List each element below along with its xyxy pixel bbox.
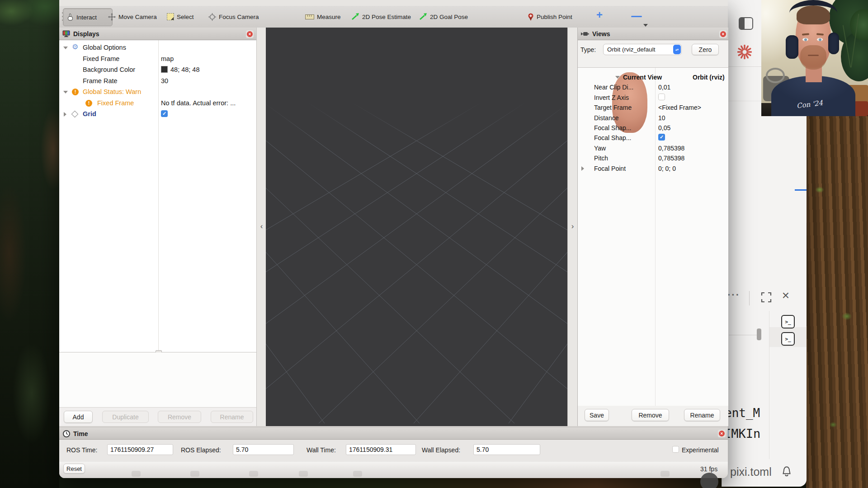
tool-move-camera[interactable]: Move Camera	[104, 8, 160, 25]
map-pin-icon	[528, 13, 534, 21]
remove-tool-button[interactable]	[631, 16, 642, 17]
tool-label: 2D Pose Estimate	[362, 14, 411, 20]
terminal-icon[interactable]: >_	[781, 332, 795, 346]
views-panel-header[interactable]: Views ×	[578, 28, 728, 40]
right-panel-collapse-splitter[interactable]: ›	[567, 28, 578, 426]
time-panel-body: ROS Time: ROS Elapsed: Wall Time: Wall E…	[59, 440, 728, 462]
tool-select[interactable]: Select	[163, 8, 198, 25]
ros-time-input[interactable]	[107, 444, 173, 455]
tree-row-background-color[interactable]: Background Color 48; 48; 48	[59, 65, 256, 75]
tool-label: Interact	[76, 14, 97, 21]
scrollbar-thumb[interactable]	[757, 328, 761, 340]
expander-icon[interactable]	[64, 112, 66, 117]
focal-shape-checkbox[interactable]: ✓	[658, 134, 665, 141]
displays-panel-header[interactable]: Displays ×	[59, 28, 256, 40]
toolbar-overflow-chevron-icon[interactable]	[643, 24, 648, 27]
red-object	[854, 101, 868, 116]
tool-label: Focus Camera	[219, 14, 259, 20]
watering-can	[766, 68, 785, 83]
more-options-icon[interactable]: ···	[727, 290, 744, 302]
tree-row-global-status[interactable]: ! Global Status: Warn	[59, 87, 256, 98]
ruler-icon	[305, 14, 314, 19]
view-row-focal-shape-size[interactable]: Focal Shap...0,05	[578, 123, 728, 133]
close-displays-button[interactable]: ×	[246, 30, 254, 38]
wall-elapsed-input[interactable]	[473, 444, 540, 455]
dock-ghost-icon	[299, 471, 308, 477]
color-swatch	[161, 66, 168, 73]
warning-icon: !	[72, 89, 79, 95]
tool-publish-point[interactable]: Publish Point	[524, 8, 576, 25]
view-row-target-frame[interactable]: Target Frame<Fixed Frame>	[578, 103, 728, 113]
focus-crosshair-icon	[208, 13, 216, 21]
collapse-left-chevron-icon[interactable]: ‹	[257, 222, 266, 231]
remove-view-button[interactable]: Remove	[632, 409, 669, 421]
expand-icon[interactable]	[761, 292, 772, 303]
wall-time-input[interactable]	[346, 444, 416, 455]
window-titlebar-edge	[59, 0, 728, 6]
invert-z-checkbox[interactable]	[658, 94, 665, 100]
dock-icon[interactable]	[700, 473, 718, 488]
displays-panel: Displays × ⚙ Global Options Fixed Frame …	[59, 28, 257, 426]
rename-display-button[interactable]: Rename	[211, 411, 253, 423]
starburst-icon[interactable]	[737, 45, 752, 59]
status-file-label: pixi.toml	[730, 465, 772, 479]
views-tree: Current View Orbit (rviz) Near Clip Di..…	[578, 68, 728, 406]
close-icon[interactable]: ×	[779, 289, 792, 302]
expander-icon[interactable]	[63, 91, 68, 94]
views-panel: Views × Type: Orbit (rviz_default ▴▾ Zer…	[577, 28, 728, 426]
remove-display-button[interactable]: Remove	[158, 411, 201, 423]
blue-indicator-line	[795, 189, 807, 191]
panel-title: Views	[592, 30, 610, 38]
view-row-focal-shape-fixed[interactable]: Focal Shap... ✓	[578, 133, 728, 143]
close-time-button[interactable]: ×	[718, 430, 726, 437]
tree-row-fixed-frame-warning[interactable]: ! Fixed Frame No tf data. Actual error: …	[59, 98, 256, 109]
webcam-overlay: Con '24	[761, 0, 868, 116]
rename-view-button[interactable]: Rename	[684, 409, 720, 421]
view-row-pitch[interactable]: Pitch0,785398	[578, 153, 728, 163]
warning-icon: !	[85, 100, 92, 107]
green-arrow-icon	[419, 13, 427, 20]
tool-measure[interactable]: Measure	[302, 8, 344, 25]
experimental-checkbox[interactable]	[672, 446, 679, 453]
add-display-button[interactable]: Add	[64, 411, 93, 423]
terminal-icon[interactable]: >_	[781, 315, 795, 328]
panel-title: Displays	[73, 30, 99, 38]
tool-2d-pose-estimate[interactable]: 2D Pose Estimate	[348, 8, 415, 25]
view-row-near-clip[interactable]: Near Clip Di...0,01	[578, 82, 728, 92]
view-row-focal-point[interactable]: Focal Point0; 0; 0	[578, 164, 728, 174]
3d-viewport[interactable]	[266, 28, 567, 426]
tree-row-frame-rate[interactable]: Frame Rate 30	[59, 76, 256, 87]
dropdown-stepper-icon: ▴▾	[673, 45, 681, 54]
tree-row-global-options[interactable]: ⚙ Global Options	[59, 42, 256, 53]
move-arrows-icon	[108, 13, 116, 21]
gear-icon: ⚙	[72, 43, 78, 51]
view-row-yaw[interactable]: Yaw0,785398	[578, 143, 728, 153]
reset-button[interactable]: Reset	[63, 464, 85, 474]
tool-focus-camera[interactable]: Focus Camera	[205, 8, 263, 25]
tree-row-fixed-frame[interactable]: Fixed Frame map	[59, 54, 256, 65]
collapse-right-chevron-icon[interactable]: ›	[568, 222, 577, 231]
bell-icon[interactable]	[781, 465, 793, 478]
zero-button[interactable]: Zero	[692, 44, 719, 55]
expander-icon[interactable]	[581, 166, 584, 171]
add-tool-button[interactable]: +	[596, 10, 603, 20]
close-views-button[interactable]: ×	[719, 30, 727, 38]
view-type-dropdown[interactable]: Orbit (rviz_default ▴▾	[603, 44, 682, 55]
duplicate-display-button[interactable]: Duplicate	[102, 411, 149, 423]
tool-2d-goal-pose[interactable]: 2D Goal Pose	[415, 8, 472, 25]
tree-row-grid[interactable]: Grid ✓	[59, 109, 256, 120]
pointer-hand-icon	[67, 14, 74, 21]
save-view-button[interactable]: Save	[585, 409, 609, 421]
experimental-label: Experimental	[682, 446, 719, 454]
view-row-invert-z[interactable]: Invert Z Axis	[578, 93, 728, 103]
desktop: ··· × >_ >_ ent_M IMKIn pixi.toml	[0, 0, 868, 488]
expander-icon[interactable]	[63, 47, 68, 49]
time-panel-header[interactable]: Time ×	[59, 428, 728, 440]
displays-button-row: Add Duplicate Remove Rename	[59, 407, 256, 426]
grid-enabled-checkbox[interactable]: ✓	[161, 110, 168, 117]
view-row-distance[interactable]: Distance10	[578, 113, 728, 123]
sidebar-toggle-icon[interactable]	[739, 17, 753, 30]
left-panel-collapse-splitter[interactable]: ‹	[256, 28, 267, 426]
ros-elapsed-input[interactable]	[233, 444, 294, 455]
expander-icon[interactable]	[615, 76, 620, 79]
